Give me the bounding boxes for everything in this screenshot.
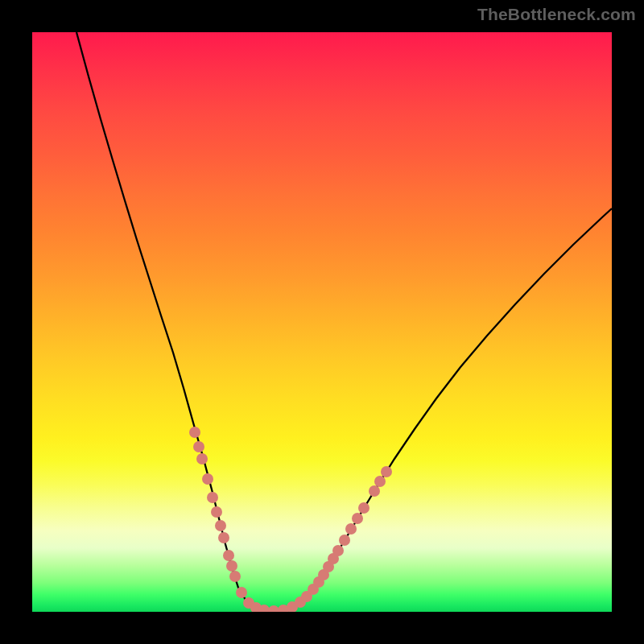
marker-dot [202, 473, 213, 485]
marker-dot [215, 520, 226, 531]
marker-dot [339, 535, 350, 546]
marker-dot [193, 441, 204, 452]
marker-dot [345, 523, 357, 535]
marker-dot [268, 605, 279, 612]
marker-dot [229, 571, 241, 582]
marker-dot [223, 550, 234, 561]
marker-dot [218, 532, 229, 543]
marker-dot [381, 466, 392, 477]
marker-dot [226, 560, 237, 572]
marker-dot [358, 502, 369, 514]
marker-dot [374, 476, 386, 487]
plot-area [32, 32, 612, 612]
chart-frame: TheBottleneck.com [0, 0, 644, 644]
chart-svg [32, 32, 612, 612]
marker-dot [211, 506, 222, 518]
marker-dot [332, 545, 344, 556]
curve-right [270, 208, 612, 611]
marker-dot [189, 427, 200, 438]
watermark-label: TheBottleneck.com [477, 5, 636, 24]
marker-dot [236, 587, 247, 598]
marker-dot [352, 513, 363, 524]
marker-dot [207, 492, 218, 503]
marker-dot [369, 485, 380, 497]
marker-dot [196, 453, 208, 464]
curve-left [76, 32, 270, 611]
